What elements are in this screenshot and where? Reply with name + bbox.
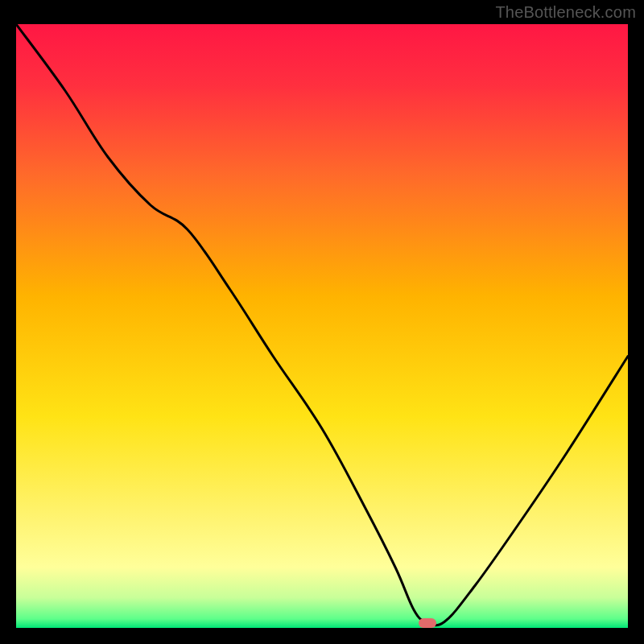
optimal-marker	[419, 618, 436, 628]
plot-area	[16, 24, 628, 628]
chart-container: TheBottleneck.com	[0, 0, 644, 644]
bottleneck-curve	[16, 24, 628, 628]
watermark-text: TheBottleneck.com	[495, 3, 636, 22]
